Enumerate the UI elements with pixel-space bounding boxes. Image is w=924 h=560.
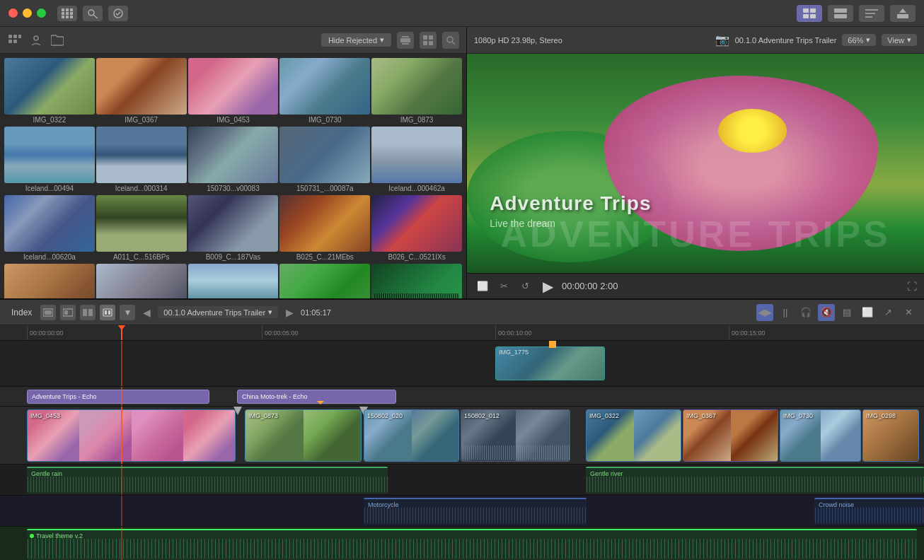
inspector-btn[interactable]: [859, 5, 884, 22]
music-dot: [30, 534, 34, 538]
clip-china-echo[interactable]: China Moto-trek - Echo: [237, 390, 396, 404]
svg-rect-44: [103, 309, 112, 316]
media-thumb: [188, 58, 279, 115]
media-thumb: [96, 195, 187, 252]
svg-rect-3: [62, 12, 64, 15]
media-thumb: [96, 264, 187, 298]
duration-display: 01:05:17: [301, 308, 331, 317]
media-item-150731_00087a[interactable]: 150731_...00087a: [279, 127, 370, 194]
clip-video-0298[interactable]: IMG_0298: [862, 409, 919, 462]
media-item-B026_C_0521IXs[interactable]: B026_C...0521IXs: [371, 195, 462, 262]
close-button[interactable]: [8, 8, 18, 18]
clip-label-0730: IMG_0730: [783, 412, 813, 419]
clip-height-btn[interactable]: ⬜: [859, 304, 876, 321]
svg-rect-46: [108, 310, 110, 315]
clip-crowd-noise[interactable]: Crowd noise: [814, 498, 924, 525]
mute-btn[interactable]: 🔇: [818, 304, 835, 321]
media-item-Iceland_000314[interactable]: Iceland...000314: [96, 127, 187, 194]
media-item-Iceland_000462a[interactable]: Iceland...000462a: [371, 127, 462, 194]
traffic-lights: [8, 8, 46, 18]
transform-icon[interactable]: ⬜: [474, 278, 491, 295]
media-item-Travel_theme_v2[interactable]: Travel theme v.2: [371, 264, 462, 298]
clip-label-china: China Moto-trek - Echo: [242, 393, 308, 400]
library-icon[interactable]: [57, 6, 77, 21]
media-item-IMG_0453[interactable]: IMG_0453: [188, 58, 279, 125]
position-tool[interactable]: [100, 305, 115, 320]
clip-travel-theme[interactable]: Travel theme v.2: [27, 529, 917, 560]
media-item-IMG_0367[interactable]: IMG_0367: [96, 58, 187, 125]
preview-area: Adventure Trips Live the dream ADVENTURE…: [467, 54, 924, 273]
media-thumb: [96, 127, 187, 183]
clip-gentle-river[interactable]: Gentle river: [586, 467, 924, 494]
index-button[interactable]: Index: [7, 306, 36, 319]
clip-gentle-rain[interactable]: Gentle rain: [27, 467, 388, 494]
clip-motorcycle[interactable]: Motorcycle: [364, 498, 587, 525]
svg-rect-26: [8, 40, 12, 43]
browser-layout-btn[interactable]: [797, 5, 822, 22]
media-label: IMG_0322: [4, 115, 95, 125]
media-item-A011_C_516BPs[interactable]: A011_C...516BPs: [96, 195, 187, 262]
key-icon[interactable]: [83, 6, 103, 21]
people-icon[interactable]: [28, 33, 44, 48]
clip-appearance-btn[interactable]: [397, 32, 414, 49]
zoom-out-btn[interactable]: ||: [777, 304, 794, 321]
play-button[interactable]: ▶: [539, 278, 556, 295]
panels-layout-btn[interactable]: [828, 5, 853, 22]
media-item-B002_C_14TNas[interactable]: B002_C...14TNas: [96, 264, 187, 298]
trim-icon[interactable]: ✂: [495, 278, 512, 295]
clip-video-0873[interactable]: IMG_0873: [245, 409, 362, 462]
clip-move-tool[interactable]: [40, 305, 56, 320]
select-tool[interactable]: ▼: [120, 305, 135, 320]
media-item-IMG_0873[interactable]: IMG_0873: [371, 58, 462, 125]
media-item-150730_v00083[interactable]: 150730...v00083: [188, 127, 279, 194]
export-btn[interactable]: [890, 5, 916, 22]
media-item-Iceland_00620a[interactable]: Iceland...00620a: [4, 195, 95, 262]
audio-connected-track: Adventure Trips - Echo China Moto-trek -…: [0, 387, 924, 407]
clip-video-0322[interactable]: IMG_0322: [586, 409, 681, 462]
media-item-IMG_0322[interactable]: IMG_0322: [4, 58, 95, 125]
hide-rejected-btn[interactable]: Hide Rejected ▾: [321, 33, 391, 47]
grouping-btn[interactable]: [420, 32, 437, 49]
clip-video-0730[interactable]: IMG_0730: [780, 409, 861, 462]
media-item-B009_C_187Vas[interactable]: B009_C...187Vas: [188, 195, 279, 262]
view-btn[interactable]: View ▾: [882, 34, 917, 46]
media-item-Iceland_00494[interactable]: Iceland...00494: [4, 127, 95, 194]
zoom-in-btn[interactable]: ◀▶: [756, 304, 773, 321]
trim-tool[interactable]: [80, 305, 96, 320]
close-timeline-btn[interactable]: ✕: [900, 304, 917, 321]
media-item-B025_C_21MEbs[interactable]: B025_C...21MEbs: [279, 195, 370, 262]
playhead-head: [117, 325, 126, 330]
maximize-button[interactable]: [37, 8, 46, 18]
media-item-B028_C_21A6as[interactable]: B028_C...21A6as: [4, 264, 95, 298]
waveform-river: [586, 477, 924, 492]
blade-tool[interactable]: [60, 305, 76, 320]
library-nav-icon[interactable]: [7, 33, 23, 48]
waveform-rain: [27, 477, 388, 492]
headphones-btn[interactable]: 🎧: [797, 304, 814, 321]
check-icon[interactable]: [108, 6, 128, 21]
next-marker[interactable]: ▶: [282, 304, 296, 321]
detach-btn[interactable]: ↗: [879, 304, 896, 321]
folder-icon[interactable]: [50, 33, 65, 48]
minimize-button[interactable]: [23, 8, 32, 18]
clip-150802-012[interactable]: 150802_012: [461, 409, 570, 462]
roles-btn[interactable]: ▤: [838, 304, 855, 321]
clip-150802-020[interactable]: 150802_020: [364, 409, 459, 462]
media-item-IMG_0730[interactable]: IMG_0730: [279, 58, 370, 125]
playhead[interactable]: [121, 325, 122, 340]
playhead-a2: [121, 496, 122, 526]
speed-icon[interactable]: ↺: [516, 278, 533, 295]
svg-rect-21: [897, 14, 908, 18]
clip-video-0367[interactable]: IMG_0367: [683, 409, 778, 462]
clip-img1775[interactable]: IMG_1775: [495, 346, 605, 380]
search-btn[interactable]: [442, 32, 459, 49]
zoom-control[interactable]: 66% ▾: [842, 34, 876, 46]
clip-label-1775: IMG_1775: [499, 349, 529, 356]
prev-marker[interactable]: ◀: [139, 304, 154, 321]
media-item-C003_C_WZacs[interactable]: C003_C...WZacs: [279, 264, 370, 298]
clip-video-0453[interactable]: IMG_0453: [27, 409, 236, 462]
t2: [634, 410, 681, 461]
media-item-C004_C_5U6acs[interactable]: C004_C...5U6acs: [188, 264, 279, 298]
clip-adventure-echo[interactable]: Adventure Trips - Echo: [27, 390, 209, 404]
expand-btn[interactable]: ⛶: [907, 281, 917, 292]
